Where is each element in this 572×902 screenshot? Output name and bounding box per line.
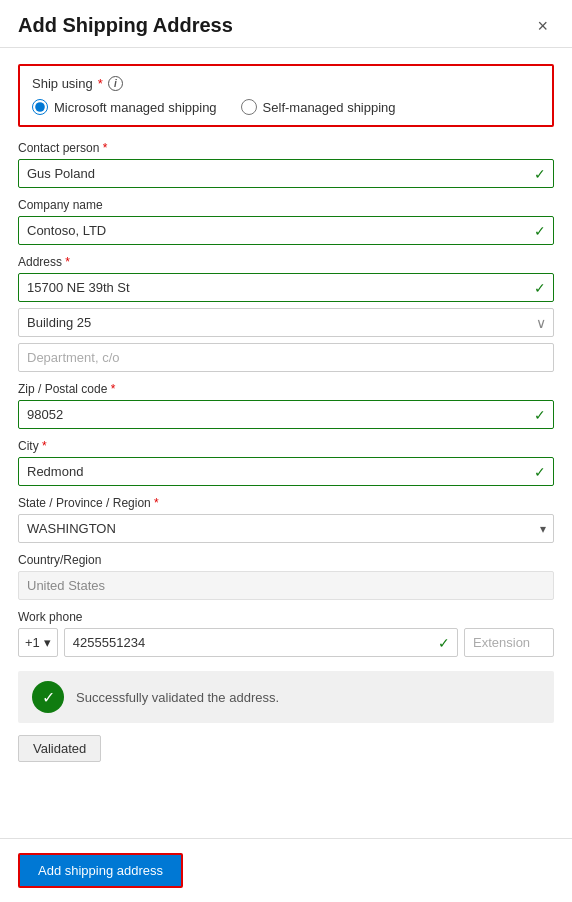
company-name-group: Company name ✓ [18, 198, 554, 245]
contact-person-input[interactable] [18, 159, 554, 188]
zip-checkmark: ✓ [534, 407, 546, 423]
contact-person-group: Contact person * ✓ [18, 141, 554, 188]
validation-banner: ✓ Successfully validated the address. [18, 671, 554, 723]
modal-header: Add Shipping Address × [0, 0, 572, 48]
required-indicator: * [98, 76, 103, 91]
address-label: Address * [18, 255, 554, 269]
address-line1-checkmark: ✓ [534, 280, 546, 296]
self-shipping-option[interactable]: Self-managed shipping [241, 99, 396, 115]
phone-country-arrow: ▾ [44, 635, 51, 650]
phone-number-wrapper: ✓ [64, 628, 458, 657]
zip-label: Zip / Postal code * [18, 382, 554, 396]
city-group: City * ✓ [18, 439, 554, 486]
address-line1-input[interactable] [18, 273, 554, 302]
address-line2-input[interactable] [18, 308, 554, 337]
work-phone-group: Work phone +1 ▾ ✓ [18, 610, 554, 657]
phone-number-checkmark: ✓ [438, 635, 450, 651]
work-phone-label: Work phone [18, 610, 554, 624]
address-line3-wrapper [18, 343, 554, 372]
company-name-checkmark: ✓ [534, 223, 546, 239]
address-line3-input[interactable] [18, 343, 554, 372]
modal-title: Add Shipping Address [18, 14, 233, 37]
phone-row: +1 ▾ ✓ [18, 628, 554, 657]
zip-wrapper: ✓ [18, 400, 554, 429]
state-group: State / Province / Region * WASHINGTON O… [18, 496, 554, 543]
validation-message: Successfully validated the address. [76, 690, 279, 705]
microsoft-shipping-radio[interactable] [32, 99, 48, 115]
phone-number-input[interactable] [64, 628, 458, 657]
ship-using-label: Ship using * i [32, 76, 540, 91]
self-shipping-radio[interactable] [241, 99, 257, 115]
country-label: Country/Region [18, 553, 554, 567]
contact-person-wrapper: ✓ [18, 159, 554, 188]
add-shipping-address-modal: Add Shipping Address × Ship using * i Mi… [0, 0, 572, 902]
add-shipping-address-button[interactable]: Add shipping address [18, 853, 183, 888]
validated-button[interactable]: Validated [18, 735, 101, 762]
state-wrapper: WASHINGTON OREGON CALIFORNIA NEW YORK ▾ [18, 514, 554, 543]
phone-country-code: +1 [25, 635, 40, 650]
address-group: Address * ✓ ∨ [18, 255, 554, 372]
country-value: United States [18, 571, 554, 600]
self-shipping-label: Self-managed shipping [263, 100, 396, 115]
modal-body: Ship using * i Microsoft managed shippin… [0, 48, 572, 838]
zip-group: Zip / Postal code * ✓ [18, 382, 554, 429]
state-select[interactable]: WASHINGTON OREGON CALIFORNIA NEW YORK [18, 514, 554, 543]
state-label: State / Province / Region * [18, 496, 554, 510]
city-checkmark: ✓ [534, 464, 546, 480]
ship-using-radio-group: Microsoft managed shipping Self-managed … [32, 99, 540, 115]
contact-person-label: Contact person * [18, 141, 554, 155]
microsoft-shipping-label: Microsoft managed shipping [54, 100, 217, 115]
city-label: City * [18, 439, 554, 453]
contact-person-checkmark: ✓ [534, 166, 546, 182]
phone-country-selector[interactable]: +1 ▾ [18, 628, 58, 657]
close-button[interactable]: × [531, 15, 554, 37]
city-input[interactable] [18, 457, 554, 486]
validation-success-icon: ✓ [32, 681, 64, 713]
country-group: Country/Region United States [18, 553, 554, 600]
company-name-label: Company name [18, 198, 554, 212]
company-name-wrapper: ✓ [18, 216, 554, 245]
info-icon[interactable]: i [108, 76, 123, 91]
company-name-input[interactable] [18, 216, 554, 245]
address-line2-wrapper: ∨ [18, 308, 554, 337]
address-line2-checkmark: ∨ [536, 315, 546, 331]
modal-footer: Add shipping address [0, 838, 572, 902]
phone-extension-input[interactable] [464, 628, 554, 657]
city-wrapper: ✓ [18, 457, 554, 486]
microsoft-shipping-option[interactable]: Microsoft managed shipping [32, 99, 217, 115]
address-line1-wrapper: ✓ [18, 273, 554, 302]
ship-using-section: Ship using * i Microsoft managed shippin… [18, 64, 554, 127]
zip-input[interactable] [18, 400, 554, 429]
